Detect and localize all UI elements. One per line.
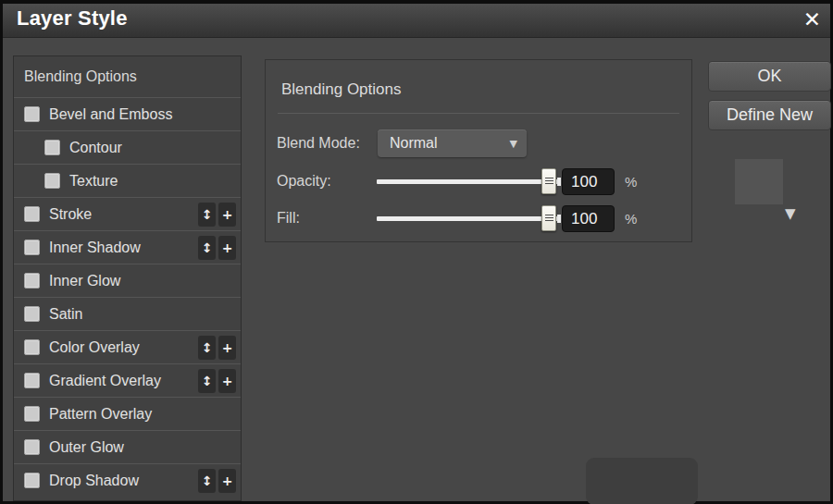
sidebar-item-label: Bevel and Emboss — [49, 106, 172, 123]
sidebar-item-label: Contour — [69, 140, 122, 156]
sidebar-item-label: Inner Glow — [49, 273, 120, 289]
sidebar-item-label: Pattern Overlay — [49, 406, 152, 423]
add-instance-icon[interactable]: + — [218, 203, 236, 227]
layer-style-dialog: Layer Style ✕ Blending Options Bevel and… — [0, 0, 833, 504]
bottom-right-cutoff-shape — [586, 458, 698, 504]
style-list: Blending Options Bevel and Emboss Contou… — [13, 55, 242, 501]
sidebar-item-outer-glow[interactable]: Outer Glow — [14, 430, 241, 463]
opacity-unit: % — [625, 174, 637, 190]
fill-input[interactable] — [562, 205, 615, 232]
sidebar-item-label: Gradient Overlay — [49, 373, 161, 389]
fill-slider-track[interactable] — [377, 216, 561, 221]
fill-label: Fill: — [277, 210, 300, 227]
add-instance-icon[interactable]: + — [218, 236, 236, 260]
add-instance-icon[interactable]: + — [218, 336, 236, 360]
contour-checkbox[interactable] — [44, 140, 60, 155]
sidebar-item-drop-shadow[interactable]: Drop Shadow ↕ + — [14, 463, 241, 497]
blend-mode-label: Blend Mode: — [277, 135, 360, 152]
reorder-icon[interactable]: ↕ — [198, 369, 216, 393]
close-icon[interactable]: ✕ — [803, 6, 821, 33]
sidebar-item-label: Outer Glow — [49, 439, 124, 456]
sidebar-item-label: Texture — [69, 173, 118, 190]
sidebar-item-bevel-and-emboss[interactable]: Bevel and Emboss — [14, 97, 241, 130]
fill-slider-handle[interactable] — [541, 205, 556, 231]
sidebar-item-color-overlay[interactable]: Color Overlay ↕ + — [14, 330, 241, 363]
title-bar: Layer Style ✕ — [3, 4, 830, 38]
inner-shadow-checkbox[interactable] — [24, 240, 40, 255]
panel-title: Blending Options — [281, 80, 401, 99]
sidebar-item-pattern-overlay[interactable]: Pattern Overlay — [14, 397, 241, 430]
swatch-dropdown-icon[interactable]: ▼ — [785, 205, 796, 222]
ok-button[interactable]: OK — [708, 61, 831, 92]
outer-glow-checkbox[interactable] — [24, 439, 40, 455]
pattern-overlay-checkbox[interactable] — [24, 406, 40, 422]
chevron-down-icon: ▼ — [510, 138, 517, 150]
add-instance-icon[interactable]: + — [218, 369, 236, 393]
reorder-icon[interactable]: ↕ — [198, 203, 216, 227]
blend-mode-value: Normal — [390, 135, 510, 152]
sidebar-item-inner-glow[interactable]: Inner Glow — [14, 264, 241, 297]
slider-track-end — [557, 178, 561, 186]
sidebar-item-label: Satin — [49, 306, 82, 323]
sidebar-item-stroke[interactable]: Stroke ↕ + — [14, 197, 241, 230]
reorder-icon[interactable]: ↕ — [198, 469, 216, 493]
sidebar-item-label: Inner Shadow — [49, 240, 141, 256]
opacity-slider[interactable] — [377, 167, 561, 195]
blending-options-panel: Blending Options Blend Mode: Normal ▼ Op… — [265, 59, 692, 242]
sidebar-item-blending-options[interactable]: Blending Options — [14, 56, 241, 97]
sidebar-item-texture[interactable]: Texture — [14, 164, 241, 197]
dialog-title: Layer Style — [17, 6, 128, 31]
drop-shadow-checkbox[interactable] — [24, 473, 40, 488]
reorder-icon[interactable]: ↕ — [198, 336, 216, 360]
row-buttons: ↕ + — [198, 369, 236, 393]
stroke-checkbox[interactable] — [24, 206, 40, 222]
gradient-overlay-checkbox[interactable] — [24, 373, 40, 388]
define-new-button[interactable]: Define New — [708, 100, 831, 130]
texture-checkbox[interactable] — [44, 173, 60, 189]
opacity-label: Opacity: — [277, 173, 331, 190]
opacity-input[interactable] — [562, 168, 615, 195]
sidebar-item-inner-shadow[interactable]: Inner Shadow ↕ + — [14, 230, 241, 264]
row-buttons: ↕ + — [198, 203, 236, 227]
satin-checkbox[interactable] — [24, 306, 40, 322]
opacity-slider-track[interactable] — [377, 179, 561, 184]
row-buttons: ↕ + — [198, 336, 236, 360]
blend-mode-select[interactable]: Normal ▼ — [378, 129, 527, 157]
add-instance-icon[interactable]: + — [218, 469, 236, 493]
row-buttons: ↕ + — [198, 469, 236, 493]
style-preview-swatch[interactable] — [735, 159, 783, 204]
reorder-icon[interactable]: ↕ — [198, 236, 216, 260]
slider-track-end — [557, 215, 561, 223]
sidebar-item-label: Blending Options — [24, 68, 137, 85]
sidebar-item-contour[interactable]: Contour — [14, 130, 241, 164]
bevel-and-emboss-checkbox[interactable] — [24, 106, 40, 122]
color-overlay-checkbox[interactable] — [24, 339, 40, 355]
sidebar-item-label: Drop Shadow — [49, 473, 139, 489]
row-buttons: ↕ + — [198, 236, 236, 260]
sidebar-item-label: Color Overlay — [49, 339, 140, 356]
slider-grip — [545, 178, 553, 186]
divider — [278, 113, 679, 114]
fill-unit: % — [625, 211, 637, 227]
sidebar-item-satin[interactable]: Satin — [14, 297, 241, 330]
fill-slider[interactable] — [377, 204, 561, 232]
slider-grip — [545, 215, 553, 223]
opacity-slider-handle[interactable] — [541, 168, 556, 194]
sidebar-item-label: Stroke — [49, 206, 92, 223]
inner-glow-checkbox[interactable] — [24, 273, 40, 289]
sidebar-item-gradient-overlay[interactable]: Gradient Overlay ↕ + — [14, 363, 241, 397]
